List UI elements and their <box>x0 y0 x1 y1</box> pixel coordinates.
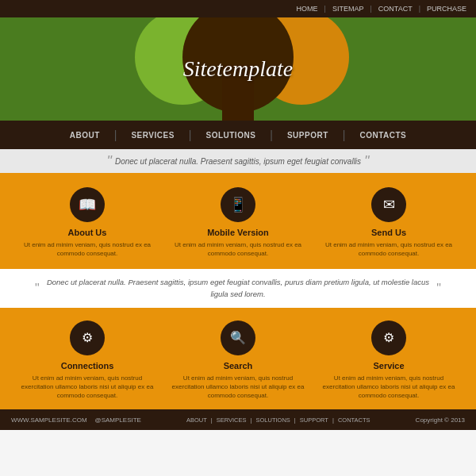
nav-support[interactable]: SUPPORT <box>273 131 343 140</box>
connections-title: Connections <box>61 361 114 370</box>
feature-send-us: ✉ Send Us Ut enim ad minim veniam, quis … <box>317 187 460 258</box>
top-nav: HOME | SITEMAP | CONTACT | PURCHASE <box>297 5 466 13</box>
open-quote-1: " <box>107 154 112 168</box>
footer-copyright: Copyright © 2013 <box>416 416 465 424</box>
connections-desc: Ut enim ad minim veniam, quis nostrud ex… <box>16 374 159 401</box>
send-us-desc: Ut enim ad minim veniam, quis nostrud ex… <box>317 240 460 258</box>
nav-solutions[interactable]: SOLUTIONS <box>191 131 270 140</box>
hero: Sitetemplate <box>0 17 476 121</box>
search-title: Search <box>224 361 253 370</box>
search-icon: 🔍 <box>221 321 255 355</box>
nav-about[interactable]: ABOUT <box>56 131 114 140</box>
close-quote-1: " <box>364 154 369 168</box>
feature-about-us: 📖 About Us Ut enim ad minim veniam, quis… <box>16 187 159 258</box>
footer-left: WWW.SAMPLESITE.COM @SAMPLESITE <box>11 416 141 424</box>
footer-nav-services[interactable]: SERVICES <box>217 416 247 424</box>
top-nav-sep2: | <box>370 5 371 13</box>
connections-icon: ⚙ <box>70 321 105 355</box>
top-nav-contact[interactable]: CONTACT <box>378 5 413 13</box>
feature-service: ⚙ Service Ut enim ad minim veniam, quis … <box>317 321 460 401</box>
footer-sep2: | <box>251 416 252 424</box>
top-nav-sitemap[interactable]: SITEMAP <box>332 5 364 13</box>
features-section-2: ⚙ Connections Ut enim ad minim veniam, q… <box>0 308 476 410</box>
about-us-title: About Us <box>68 228 107 237</box>
footer-nav-support[interactable]: SUPPORT <box>300 416 328 424</box>
features-grid-2: ⚙ Connections Ut enim ad minim veniam, q… <box>16 321 460 401</box>
main-nav: ABOUT | SERVICES | SOLUTIONS | SUPPORT |… <box>0 121 476 149</box>
mobile-version-icon: 📱 <box>221 187 255 222</box>
feature-mobile-version: 📱 Mobile Version Ut enim ad minim veniam… <box>167 187 309 258</box>
top-nav-sep1: | <box>324 5 326 13</box>
footer-nav-solutions[interactable]: SOLUTIONS <box>256 416 290 424</box>
quote-banner-1: " Donec ut placerat nulla. Praesent sagi… <box>0 149 476 173</box>
footer-nav-about[interactable]: ABOUT <box>186 416 207 424</box>
features-grid-1: 📖 About Us Ut enim ad minim veniam, quis… <box>16 187 460 258</box>
quote-text-1: Donec ut placerat nulla. Praesent sagitt… <box>115 157 361 166</box>
quote-banner-2: " Donec ut placerat nulla. Praesent sagi… <box>0 269 476 308</box>
search-desc: Ut enim ad minim veniam, quis nostrud ex… <box>167 374 309 401</box>
service-icon: ⚙ <box>371 321 406 355</box>
footer: WWW.SAMPLESITE.COM @SAMPLESITE ABOUT | S… <box>0 409 476 430</box>
feature-search: 🔍 Search Ut enim ad minim veniam, quis n… <box>167 321 309 401</box>
quote-text-2: Donec ut placerat nulla. Praesent sagitt… <box>43 277 434 300</box>
footer-site-url: WWW.SAMPLESITE.COM <box>11 416 87 424</box>
about-us-icon: 📖 <box>70 187 105 222</box>
mobile-version-desc: Ut enim ad minim veniam, quis nostrud ex… <box>167 240 309 258</box>
open-quote-2: " <box>35 282 40 295</box>
about-us-desc: Ut enim ad minim veniam, quis nostrud ex… <box>16 240 159 258</box>
hero-title: Sitetemplate <box>183 56 293 82</box>
service-title: Service <box>373 361 404 370</box>
send-us-title: Send Us <box>371 228 406 237</box>
top-nav-purchase[interactable]: PURCHASE <box>427 5 466 13</box>
footer-nav: ABOUT | SERVICES | SOLUTIONS | SUPPORT |… <box>186 416 370 424</box>
feature-connections: ⚙ Connections Ut enim ad minim veniam, q… <box>16 321 159 401</box>
footer-social: @SAMPLESITE <box>95 416 141 424</box>
close-quote-2: " <box>436 282 441 295</box>
footer-nav-contacts[interactable]: CONTACTS <box>338 416 370 424</box>
mobile-version-title: Mobile Version <box>207 228 269 237</box>
footer-sep1: | <box>211 416 213 424</box>
service-desc: Ut enim ad minim veniam, quis nostrud ex… <box>317 374 460 401</box>
footer-sep3: | <box>294 416 296 424</box>
nav-services[interactable]: SERVICES <box>117 131 188 140</box>
send-us-icon: ✉ <box>371 187 406 222</box>
header-top: HOME | SITEMAP | CONTACT | PURCHASE <box>0 0 476 17</box>
top-nav-home[interactable]: HOME <box>297 5 318 13</box>
footer-sep4: | <box>332 416 334 424</box>
nav-contacts[interactable]: CONTACTS <box>345 131 420 140</box>
top-nav-sep3: | <box>419 5 420 13</box>
features-section-1: 📖 About Us Ut enim ad minim veniam, quis… <box>0 173 476 269</box>
